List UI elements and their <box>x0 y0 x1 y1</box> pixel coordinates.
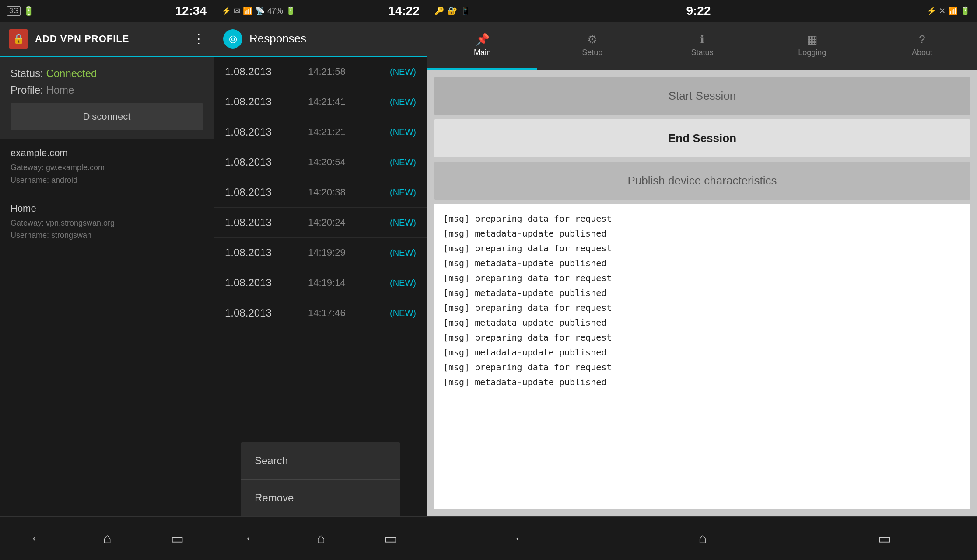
vpn-nav-bar: ← ⌂ ▭ <box>0 516 214 560</box>
sess-time: 9:22 <box>686 4 711 18</box>
resp-date-7: 1.08.2013 <box>225 277 295 289</box>
sess-content: Start Session End Session Publish device… <box>427 70 977 516</box>
resp-date-1: 1.08.2013 <box>225 96 295 108</box>
status-tab-label: Status <box>691 48 713 57</box>
signal-x-icon: ✕ <box>939 6 945 16</box>
network-badge: 3G <box>7 6 21 16</box>
tab-status[interactable]: ℹ Status <box>647 22 757 70</box>
log-line-4: [msg] preparing data for request <box>443 271 961 285</box>
resp-title: Responses <box>249 32 306 45</box>
resp-item-6[interactable]: 1.08.2013 14:19:29 (NEW) <box>214 238 427 268</box>
sess-recent-button[interactable]: ▭ <box>878 530 891 547</box>
battery-pct: 47% <box>267 7 283 16</box>
sess-tabs: 📌 Main ⚙ Setup ℹ Status ▦ Logging ? Abou… <box>427 22 977 70</box>
log-line-8: [msg] preparing data for request <box>443 330 961 345</box>
resp-item-2[interactable]: 1.08.2013 14:21:21 (NEW) <box>214 117 427 147</box>
main-tab-icon: 📌 <box>476 33 490 46</box>
profile-username-1: Username: strongswan <box>11 229 203 242</box>
signal-icon: 📡 <box>255 6 265 16</box>
status-label: Status: <box>11 67 46 79</box>
sess-log: [msg] preparing data for request [msg] m… <box>434 204 970 509</box>
search-context-item[interactable]: Search <box>241 442 400 480</box>
resp-time-0: 14:21:58 <box>295 66 390 77</box>
sess-home-button[interactable]: ⌂ <box>698 530 707 546</box>
resp-date-4: 1.08.2013 <box>225 186 295 198</box>
resp-time-6: 14:19:29 <box>295 247 390 258</box>
vpn-recent-button[interactable]: ▭ <box>171 530 184 547</box>
log-line-1: [msg] metadata-update published <box>443 226 961 241</box>
tab-main[interactable]: 📌 Main <box>427 22 537 70</box>
status-bar-resp: ⚡ ✉ 📶 📡 47% 🔋 14:22 <box>214 0 427 22</box>
wifi-icon-sess: 📶 <box>948 6 958 16</box>
menu-dots-button[interactable]: ⋮ <box>193 31 205 46</box>
tab-about[interactable]: ? About <box>867 22 977 70</box>
battery-icon: 🔋 <box>23 6 34 16</box>
resp-date-6: 1.08.2013 <box>225 247 295 259</box>
resp-item-5[interactable]: 1.08.2013 14:20:24 (NEW) <box>214 208 427 238</box>
vpn-toolbar-title: ADD VPN PROFILE <box>35 33 129 45</box>
resp-time-7: 14:19:14 <box>295 277 390 289</box>
vpn-status-section: Status: Connected Profile: Home Disconne… <box>0 57 214 139</box>
phone-icon: 📱 <box>461 6 470 16</box>
resp-badge-3: (NEW) <box>390 157 416 167</box>
end-session-button[interactable]: End Session <box>434 119 970 157</box>
vpn-profiles-list: example.com Gateway: gw.example.com User… <box>0 139 214 516</box>
resp-item-3[interactable]: 1.08.2013 14:20:54 (NEW) <box>214 147 427 177</box>
vpn-profile-item-0[interactable]: example.com Gateway: gw.example.com User… <box>0 139 214 195</box>
remove-context-item[interactable]: Remove <box>241 480 400 516</box>
vpn-toolbar: 🔒 ADD VPN PROFILE ⋮ <box>0 22 214 57</box>
resp-time-3: 14:20:54 <box>295 157 390 168</box>
log-line-0: [msg] preparing data for request <box>443 211 961 226</box>
resp-date-8: 1.08.2013 <box>225 307 295 319</box>
resp-badge-4: (NEW) <box>390 188 416 198</box>
resp-time: 14:22 <box>388 4 420 18</box>
resp-home-button[interactable]: ⌂ <box>317 530 325 546</box>
vpn-toolbar-left: 🔒 ADD VPN PROFILE <box>9 29 129 49</box>
status-bar-vpn: 3G 🔋 12:34 <box>0 0 214 22</box>
resp-item-7[interactable]: 1.08.2013 14:19:14 (NEW) <box>214 268 427 298</box>
resp-badge-0: (NEW) <box>390 67 416 77</box>
resp-time-2: 14:21:21 <box>295 126 390 138</box>
panel-responses: ⚡ ✉ 📶 📡 47% 🔋 14:22 ◎ Responses 1.08.201… <box>214 0 427 560</box>
vpn-back-button[interactable]: ← <box>30 530 44 546</box>
profile-username-0: Username: android <box>11 174 203 187</box>
resp-back-button[interactable]: ← <box>244 530 258 546</box>
bluetooth-icon: ⚡ <box>927 6 936 16</box>
log-line-5: [msg] metadata-update published <box>443 285 961 300</box>
sess-status-icons-right: ⚡ ✕ 📶 🔋 <box>927 6 970 16</box>
about-tab-label: About <box>912 48 932 57</box>
resp-recent-button[interactable]: ▭ <box>384 530 397 547</box>
tab-setup[interactable]: ⚙ Setup <box>537 22 647 70</box>
sess-back-button[interactable]: ← <box>513 530 527 546</box>
tab-logging[interactable]: ▦ Logging <box>757 22 867 70</box>
resp-context-menu: Search Remove <box>241 442 400 516</box>
logging-tab-label: Logging <box>798 48 826 57</box>
resp-nav-bar: ← ⌂ ▭ <box>214 516 427 560</box>
setup-tab-label: Setup <box>582 48 602 57</box>
resp-time-1: 14:21:41 <box>295 96 390 108</box>
resp-date-2: 1.08.2013 <box>225 126 295 138</box>
resp-item-4[interactable]: 1.08.2013 14:20:38 (NEW) <box>214 177 427 208</box>
responses-icon: ◎ <box>223 29 242 49</box>
resp-item-0[interactable]: 1.08.2013 14:21:58 (NEW) <box>214 57 427 87</box>
log-line-2: [msg] preparing data for request <box>443 241 961 256</box>
panel-vpn: 3G 🔋 12:34 🔒 ADD VPN PROFILE ⋮ Status: C… <box>0 0 214 560</box>
resp-item-1[interactable]: 1.08.2013 14:21:41 (NEW) <box>214 87 427 117</box>
vpn-time: 12:34 <box>175 4 207 18</box>
vpn-profile-line: Profile: Home <box>11 84 203 96</box>
resp-item-8[interactable]: 1.08.2013 14:17:46 (NEW) <box>214 298 427 328</box>
publish-device-button[interactable]: Publish device characteristics <box>434 162 970 200</box>
profile-gateway-1: Gateway: vpn.strongswan.org <box>11 217 203 230</box>
resp-time-5: 14:20:24 <box>295 217 390 228</box>
vpn-home-button[interactable]: ⌂ <box>103 530 111 546</box>
key-icon: 🔑 <box>434 6 444 16</box>
status-bar-left-icons: 3G 🔋 <box>7 6 34 16</box>
disconnect-button[interactable]: Disconnect <box>11 103 203 130</box>
log-line-10: [msg] preparing data for request <box>443 360 961 375</box>
start-session-button[interactable]: Start Session <box>434 77 970 115</box>
resp-badge-8: (NEW) <box>390 308 416 318</box>
vpn-profile-item-1[interactable]: Home Gateway: vpn.strongswan.org Usernam… <box>0 195 214 250</box>
status-tab-icon: ℹ <box>700 33 704 46</box>
setup-tab-icon: ⚙ <box>587 33 597 46</box>
battery-icon-sess: 🔋 <box>960 6 970 16</box>
